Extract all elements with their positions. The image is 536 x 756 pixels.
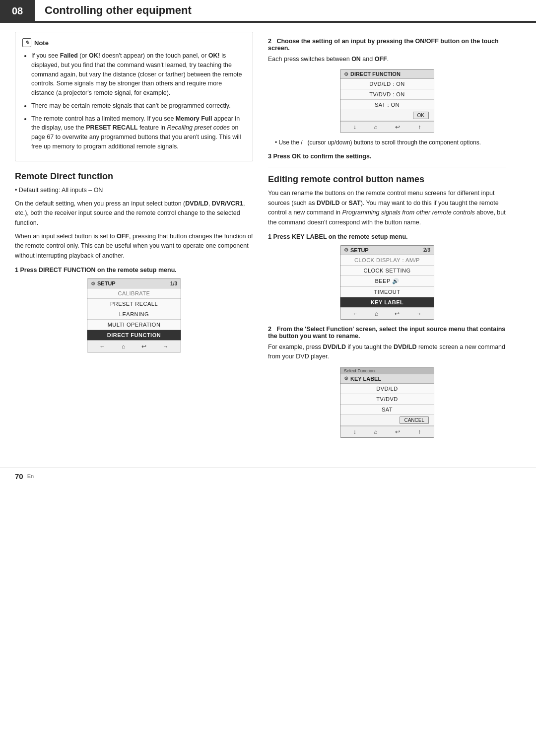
- screen2-row-sat: SAT : ON: [340, 100, 434, 110]
- remote-direct-title: Remote Direct function: [15, 171, 253, 182]
- screen1-row-learning: LEARNING: [87, 309, 181, 320]
- screen3-row-keylabel: KEY LABEL: [340, 297, 434, 308]
- screen1-titlebar: ⚙ SETUP 1/3: [87, 279, 181, 288]
- screen2-mockup: ⚙ DIRECT FUNCTION DVD/LD : ON TV/DVD : O…: [340, 69, 434, 133]
- nav3-left-icon: ←: [352, 310, 358, 317]
- screen3-title: SETUP: [350, 247, 369, 253]
- note-label: Note: [34, 39, 49, 47]
- main-content: ✎ Note If you see Failed (or OK! doesn't…: [0, 32, 536, 458]
- screen4-icon: ⚙: [344, 376, 348, 381]
- nav2-home-icon: ⌂: [374, 124, 378, 131]
- screen3-mockup: ⚙ SETUP 2/3 CLOCK DISPLAY : AM/P CLOCK S…: [340, 245, 434, 320]
- nav-left-icon: ←: [99, 343, 105, 350]
- screen4-titlebar: ⚙ KEY LABEL: [340, 374, 434, 384]
- step3-label: 3 Press OK to confirm the settings.: [268, 153, 506, 160]
- nav-right-icon: →: [163, 343, 169, 350]
- screen4-mockup: Select Function ⚙ KEY LABEL DVD/LD TV/DV…: [340, 367, 434, 438]
- nav3-back-icon: ↩: [395, 310, 400, 317]
- screen3-titlebar: ⚙ SETUP 2/3: [340, 246, 434, 255]
- scroll-note: • Use the / (cursor up/down) buttons to …: [275, 138, 506, 147]
- footer-lang: En: [27, 473, 34, 479]
- note-item-3: The remote control has a limited memory.…: [31, 114, 246, 151]
- screen2-titlebar: ⚙ DIRECT FUNCTION: [340, 69, 434, 79]
- editing-step2-note: For example, press DVD/LD if you taught …: [268, 343, 506, 362]
- step1-label: 1 Press DIRECT FUNCTION on the remote se…: [15, 267, 253, 274]
- screen2-icon: ⚙: [344, 71, 348, 77]
- remote-direct-para2: When an input select button is set to OF…: [15, 232, 253, 261]
- screen3-row-clock-setting: CLOCK SETTING: [340, 266, 434, 276]
- editing-remote-title: Editing remote control button names: [268, 174, 506, 185]
- screen2-row-dvdld: DVD/LD : ON: [340, 79, 434, 89]
- screen4-row-tvdvd: TV/DVD: [340, 394, 434, 405]
- section-divider: [268, 167, 506, 167]
- nav2-down-icon: ↓: [353, 124, 356, 131]
- page-header: 08 Controlling other equipment: [0, 0, 536, 23]
- footer-page-number: 70: [15, 472, 23, 481]
- screen3-page: 2/3: [423, 247, 430, 253]
- screen3-nav: ← ⌂ ↩ →: [340, 308, 434, 319]
- screen1-row-preset: PRESET RECALL: [87, 299, 181, 309]
- page-number: 08: [0, 0, 35, 22]
- nav2-back-icon: ↩: [395, 124, 400, 131]
- editing-remote-para1: You can rename the buttons on the remote…: [268, 189, 506, 227]
- step2-label: 2 Choose the setting of an input by pres…: [268, 38, 506, 52]
- screen4-subtitle: Select Function: [340, 367, 434, 374]
- right-column: 2 Choose the setting of an input by pres…: [268, 32, 506, 443]
- screen4-row-sat: SAT: [340, 405, 434, 415]
- screen4-nav: ↓ ⌂ ↩ ↑: [340, 426, 434, 437]
- nav3-right-icon: →: [416, 310, 422, 317]
- screen4-row-dvdld: DVD/LD: [340, 384, 434, 394]
- screen2-row-tvdvd: TV/DVD : ON: [340, 89, 434, 100]
- note-icon: ✎: [22, 38, 31, 47]
- note-item-1: If you see Failed (or OK! doesn't appear…: [31, 51, 246, 98]
- note-item-2: There may be certain remote signals that…: [31, 101, 246, 111]
- note-list: If you see Failed (or OK! doesn't appear…: [22, 51, 246, 151]
- screen2-ok-button: OK: [413, 112, 429, 119]
- screen2-nav: ↓ ⌂ ↩ ↑: [340, 121, 434, 133]
- nav2-up-icon: ↑: [418, 124, 421, 131]
- nav3-home-icon: ⌂: [375, 310, 378, 317]
- screen1-nav: ← ⌂ ↩ →: [87, 341, 181, 352]
- editing-step2-label: 2 From the 'Select Function' screen, sel…: [268, 326, 506, 340]
- screen4-cancel-button: CANCEL: [400, 416, 429, 424]
- screen1-page: 1/3: [170, 281, 177, 286]
- screen4-title: KEY LABEL: [350, 376, 381, 382]
- page-title: Controlling other equipment: [35, 0, 536, 22]
- screen1-row-calibrate: CALIBRATE: [87, 288, 181, 299]
- page-footer: 70 En: [0, 468, 536, 484]
- note-header: ✎ Note: [22, 38, 246, 47]
- note-box: ✎ Note If you see Failed (or OK! doesn't…: [15, 32, 253, 161]
- editing-step1-label: 1 Press KEY LABEL on the remote setup me…: [268, 233, 506, 240]
- screen3-icon: ⚙: [344, 247, 348, 253]
- remote-direct-para1: On the default setting, when you press a…: [15, 199, 253, 228]
- screen4-cancel-row: CANCEL: [340, 415, 434, 426]
- nav4-down-icon: ↓: [353, 428, 356, 435]
- screen1-mockup: ⚙ SETUP 1/3 CALIBRATE PRESET RECALL LEAR…: [87, 278, 181, 352]
- screen1-row-multi: MULTI OPERATION: [87, 320, 181, 330]
- left-column: ✎ Note If you see Failed (or OK! doesn't…: [15, 32, 253, 443]
- step2-note: Each press switches between ON and OFF.: [268, 55, 506, 64]
- screen2-ok-row: OK: [340, 110, 434, 121]
- nav4-home-icon: ⌂: [374, 428, 378, 435]
- nav-home-icon: ⌂: [122, 343, 125, 350]
- nav-back-icon: ↩: [141, 343, 146, 350]
- screen3-row-timeout: TIMEOUT: [340, 287, 434, 297]
- remote-direct-default: • Default setting: All inputs – ON: [15, 186, 253, 195]
- screen3-row-beep: BEEP 🔊: [340, 276, 434, 287]
- nav4-back-icon: ↩: [395, 428, 400, 435]
- screen1-title: SETUP: [97, 280, 116, 286]
- screen1-icon: ⚙: [91, 281, 95, 286]
- screen1-row-direct: DIRECT FUNCTION: [87, 330, 181, 341]
- nav4-up-icon: ↑: [418, 428, 421, 435]
- screen3-row-clock-display: CLOCK DISPLAY : AM/P: [340, 255, 434, 266]
- screen2-title: DIRECT FUNCTION: [350, 71, 401, 77]
